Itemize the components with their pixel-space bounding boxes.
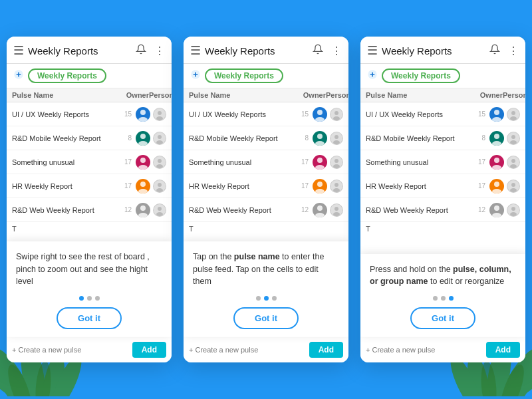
dot-2 (87, 296, 92, 301)
pagination-dots (370, 296, 516, 301)
row-pulse-name: UI / UX Weekly Reports (12, 110, 120, 118)
table-header: Pulse Name Owner Person (184, 88, 348, 102)
bell-icon[interactable] (313, 44, 323, 57)
board-tag-label[interactable]: Weekly Reports (28, 68, 106, 83)
table-row[interactable]: R&D Web Weekly Report 12 (184, 198, 348, 222)
svg-point-52 (315, 165, 325, 170)
svg-point-64 (334, 207, 338, 211)
row-avatar (313, 179, 327, 194)
row-pulse-name: R&D Mobile Weekly Report (12, 134, 120, 142)
plus-icon[interactable] (190, 69, 201, 82)
dot-1 (433, 296, 438, 301)
row-pulse-name: R&D Web Weekly Report (12, 206, 120, 214)
dot-1 (256, 296, 261, 301)
row-pulse-name: Something unusual (189, 158, 297, 166)
row-person-icon (153, 203, 166, 217)
row-pulse-name: HR Weekly Report (366, 182, 473, 190)
row-person-icon (153, 108, 166, 121)
table-row[interactable]: Something unusual 17 (360, 150, 525, 174)
table-row[interactable]: R&D Web Weekly Report 12 (360, 198, 525, 222)
pagination-dots (193, 296, 339, 301)
table-row[interactable]: Something unusual 17 (7, 150, 172, 174)
table-row[interactable]: HR Weekly Report 17 (184, 174, 348, 198)
table-header: Pulse Name Owner Person (7, 88, 172, 102)
table-row[interactable]: R&D Mobile Weekly Report 8 (360, 126, 525, 150)
row-pulse-name: Something unusual (12, 158, 120, 166)
table-row[interactable]: UI / UX Weekly Reports 15 (360, 102, 525, 126)
board-tag-row-3: Weekly Reports (360, 64, 525, 88)
menu-icon[interactable]: ☰ (367, 43, 378, 58)
row-person-icon (507, 203, 520, 217)
svg-point-45 (333, 116, 340, 120)
bell-icon[interactable] (489, 44, 500, 57)
got-it-button[interactable]: Got it (57, 307, 122, 329)
svg-point-80 (511, 159, 515, 163)
svg-point-34 (156, 188, 163, 192)
row-avatar (136, 131, 150, 146)
row-avatar (313, 131, 327, 146)
svg-point-72 (494, 134, 499, 139)
create-pulse-input[interactable] (12, 346, 132, 354)
svg-point-90 (511, 207, 515, 211)
row-count: 8 (299, 134, 309, 142)
svg-point-57 (315, 189, 325, 194)
create-pulse-input[interactable] (189, 346, 309, 354)
row-avatar (313, 107, 327, 122)
more-options-icon[interactable]: ⋮ (508, 45, 519, 57)
svg-point-56 (317, 182, 323, 187)
create-pulse-input[interactable] (366, 346, 486, 354)
row-pulse-name: Something unusual (366, 158, 473, 166)
svg-point-29 (156, 164, 163, 168)
menu-icon[interactable]: ☰ (190, 43, 201, 58)
board-tag-label[interactable]: Weekly Reports (205, 68, 283, 83)
partial-row: T (184, 222, 348, 235)
add-button[interactable]: Add (309, 342, 343, 358)
svg-point-85 (511, 183, 515, 187)
svg-point-82 (494, 182, 499, 187)
row-person-icon (153, 180, 166, 193)
table-row[interactable]: UI / UX Weekly Reports 15 (184, 102, 348, 126)
add-button[interactable]: Add (132, 342, 166, 358)
menu-icon[interactable]: ☰ (13, 43, 24, 58)
svg-point-23 (158, 135, 162, 139)
table-row[interactable]: R&D Mobile Weekly Report 8 (184, 126, 348, 150)
plus-icon[interactable] (367, 69, 378, 82)
svg-point-50 (333, 140, 340, 144)
more-options-icon[interactable]: ⋮ (331, 45, 342, 57)
got-it-button[interactable]: Got it (410, 307, 475, 329)
row-person-icon (153, 156, 166, 169)
table-row[interactable]: HR Weekly Report 17 (7, 174, 172, 198)
board-tag-label[interactable]: Weekly Reports (382, 68, 460, 83)
svg-point-81 (510, 164, 517, 168)
row-count: 15 (299, 110, 309, 118)
tooltip-3: Press and hold on the pulse, column,or g… (360, 254, 525, 338)
row-count: 12 (299, 206, 309, 213)
table-header: Pulse Name Owner Person (360, 88, 525, 102)
table-row[interactable]: Something unusual 17 (184, 150, 348, 174)
partial-row: T (360, 222, 525, 235)
svg-point-25 (140, 158, 146, 163)
svg-point-30 (140, 182, 146, 187)
svg-point-73 (492, 141, 501, 146)
table-row[interactable]: HR Weekly Report 17 (360, 174, 525, 198)
more-options-icon[interactable]: ⋮ (154, 45, 165, 57)
table-row[interactable]: R&D Web Weekly Report 12 (7, 198, 172, 222)
row-person-icon (330, 108, 343, 121)
svg-point-46 (317, 134, 323, 139)
svg-point-19 (156, 116, 163, 120)
row-count: 8 (122, 134, 132, 142)
svg-point-16 (138, 117, 148, 122)
row-count: 17 (476, 182, 485, 190)
table-row[interactable]: R&D Mobile Weekly Report 8 (7, 126, 172, 150)
phone-2-header: ☰ Weekly Reports ⋮ (184, 37, 348, 64)
row-count: 12 (476, 206, 485, 213)
got-it-button[interactable]: Got it (233, 307, 299, 329)
row-pulse-name: UI / UX Weekly Reports (189, 110, 297, 118)
bell-icon[interactable] (136, 44, 146, 57)
row-count: 15 (122, 110, 132, 118)
add-button[interactable]: Add (486, 342, 520, 358)
bottom-bar: Add (360, 336, 525, 362)
plus-icon[interactable] (13, 69, 24, 82)
col-person: Person (326, 91, 343, 99)
table-row[interactable]: UI / UX Weekly Reports 15 (7, 102, 172, 126)
